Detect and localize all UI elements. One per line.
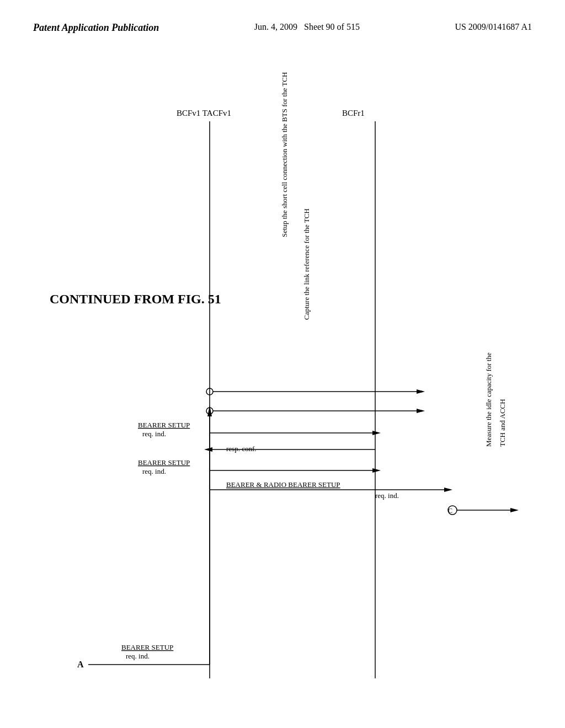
annotation-setup-short-cell: Setup the short cell connection with the… bbox=[280, 72, 289, 237]
entity-bcfv1: BCFv1 TACFv1 bbox=[177, 109, 231, 117]
diagram-svg: CONTINUED FROM FIG. 51 BCFv1 TACFv1 BCFr… bbox=[33, 72, 532, 722]
bearer-setup-label-3: BEARER SETUP bbox=[138, 458, 190, 467]
circle-c-label: C bbox=[448, 507, 452, 515]
bearer-setup-label-2: BEARER SETUP bbox=[138, 421, 190, 429]
annotation-tch-acch: TCH and ACCH bbox=[498, 399, 507, 447]
bearer-radio-req-ind: req. ind. bbox=[375, 491, 399, 500]
annotation-measure-idle: Measure the idle capacity for the bbox=[484, 352, 493, 447]
bearer-radio-label: BEARER & RADIO BEARER SETUP bbox=[226, 480, 340, 489]
arrow-resp-conf-head bbox=[204, 447, 212, 452]
arrow-capture-right-head bbox=[417, 409, 425, 413]
bearer-setup-req-ind-2: req. ind. bbox=[142, 430, 166, 438]
patent-number: US 2009/0141687 A1 bbox=[455, 22, 532, 32]
arrow-bearer-setup-3-head bbox=[372, 468, 381, 473]
bearer-setup-req-ind-1: req. ind. bbox=[126, 652, 150, 660]
arrow-setup-right-head bbox=[417, 389, 425, 394]
arrow-c-right-head bbox=[510, 508, 519, 512]
continued-from-text: CONTINUED FROM FIG. 51 bbox=[50, 292, 221, 306]
publication-title: Patent Application Publication bbox=[33, 22, 159, 34]
publication-date: Jun. 4, 2009 bbox=[254, 22, 297, 31]
point-a: A bbox=[77, 660, 84, 669]
sheet-number: Sheet 90 of 515 bbox=[304, 22, 360, 31]
page-header: Patent Application Publication Jun. 4, 2… bbox=[0, 0, 565, 45]
entity-bcfr1: BCFr1 bbox=[342, 109, 365, 117]
bearer-setup-label-1: BEARER SETUP bbox=[121, 643, 173, 651]
resp-conf-label: resp. conf. bbox=[226, 445, 257, 453]
arrow-bearer-radio-head bbox=[444, 488, 452, 492]
arrow-a-head bbox=[207, 405, 212, 416]
publication-date-sheet: Jun. 4, 2009 Sheet 90 of 515 bbox=[254, 22, 360, 32]
bearer-setup-req-ind-3: req. ind. bbox=[142, 467, 166, 475]
annotation-capture-link: Capture the link reference for the TCH bbox=[302, 208, 311, 320]
arrow-bearer-setup-right-head bbox=[372, 431, 381, 435]
page-container: Patent Application Publication Jun. 4, 2… bbox=[0, 0, 565, 728]
